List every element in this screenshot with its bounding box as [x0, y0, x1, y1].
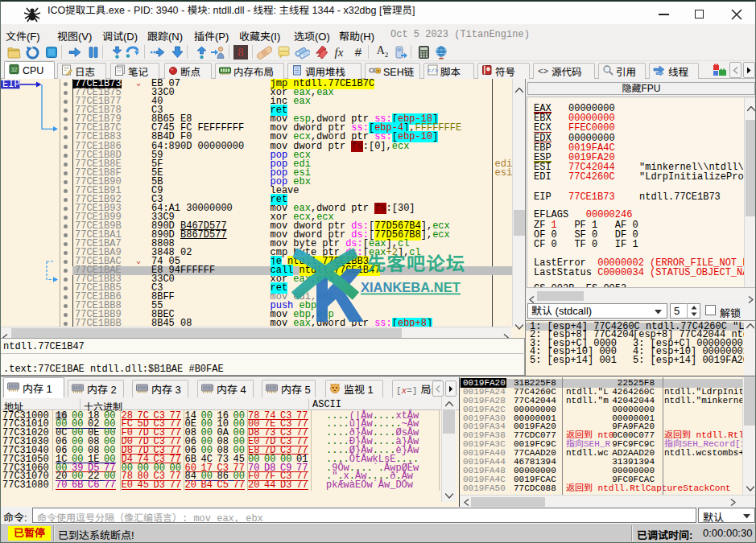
svg-text:EIP: EIP: [2, 79, 20, 90]
svg-text:</>: </>: [428, 67, 438, 73]
svg-text:<>: <>: [538, 67, 548, 76]
svg-text:32: 32: [11, 67, 18, 72]
svg-text:8: 8: [238, 47, 244, 59]
